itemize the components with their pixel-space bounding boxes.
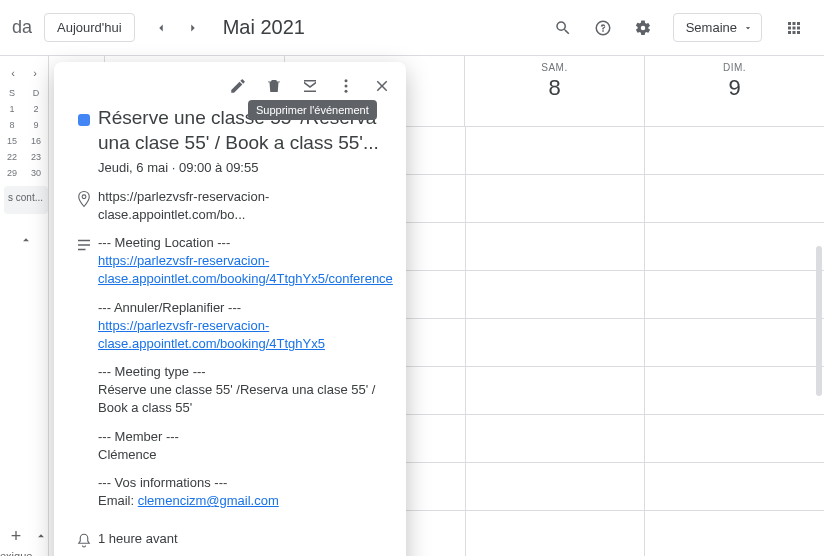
app-header: da Aujourd'hui Mai 2021 Semaine — [0, 0, 824, 56]
mini-cal-nav: ‹ › — [4, 64, 44, 82]
mini-day[interactable]: 29 — [4, 168, 20, 178]
svg-point-0 — [345, 79, 348, 82]
popup-actions: Supprimer l'événement — [54, 62, 406, 102]
day-column[interactable] — [465, 126, 645, 556]
meeting-location-link[interactable]: https://parlezvsfr-reservacion-clase.app… — [98, 253, 393, 286]
chevron-left-icon — [154, 21, 168, 35]
reminder-value: 1 heure avant — [98, 530, 390, 548]
sidebar-bottom: + — [4, 524, 48, 548]
day-header[interactable]: DIM. 9 — [645, 56, 824, 126]
delete-event-button[interactable] — [258, 70, 290, 102]
chevron-right-icon — [186, 21, 200, 35]
chevron-up-icon[interactable] — [34, 529, 48, 543]
edit-event-button[interactable] — [222, 70, 254, 102]
view-selector[interactable]: Semaine — [673, 13, 762, 42]
today-button[interactable]: Aujourd'hui — [44, 13, 135, 42]
delete-tooltip: Supprimer l'événement — [248, 100, 377, 120]
help-button[interactable] — [585, 10, 621, 46]
mini-day[interactable]: 1 — [4, 104, 20, 114]
mini-day[interactable]: 23 — [28, 152, 44, 162]
svg-point-1 — [345, 85, 348, 88]
meeting-type-value: Réserve une classe 55' /Reserva una clas… — [98, 381, 393, 417]
mini-day[interactable]: 15 — [4, 136, 20, 146]
desc-member-header: --- Member --- — [98, 428, 393, 446]
chevron-up-icon — [19, 233, 33, 247]
help-icon — [594, 19, 612, 37]
desc-loc-header: --- Meeting Location --- — [98, 234, 393, 252]
bell-icon — [75, 532, 93, 550]
prev-week-button[interactable] — [147, 14, 175, 42]
header-icons: Semaine — [545, 10, 812, 46]
mini-day[interactable]: 30 — [28, 168, 44, 178]
mini-day[interactable]: 8 — [4, 120, 20, 130]
more-options-button[interactable] — [330, 70, 362, 102]
reschedule-link[interactable]: https://parlezvsfr-reservacion-clase.app… — [98, 318, 325, 351]
event-description: --- Meeting Location --- https://parlezv… — [98, 234, 393, 520]
day-number: 9 — [645, 75, 824, 101]
desc-cancel-header: --- Annuler/Replanifier --- — [98, 299, 393, 317]
dropdown-caret-icon — [743, 23, 753, 33]
mini-calendar[interactable]: SD 12 89 1516 2223 2930 — [4, 88, 44, 178]
search-button[interactable] — [545, 10, 581, 46]
truncated-label: exique — [0, 550, 32, 556]
day-number: 8 — [465, 75, 644, 101]
popup-body: Réserve une classe 55' /Reserva una clas… — [54, 102, 406, 556]
email-link[interactable]: clemencizm@gmail.com — [138, 493, 279, 508]
gear-icon — [634, 19, 652, 37]
day-name: DIM. — [645, 62, 824, 73]
mini-prev-button[interactable]: ‹ — [4, 64, 22, 82]
apps-grid-icon — [785, 19, 803, 37]
logo-text: da — [12, 17, 32, 38]
event-details-popup: Supprimer l'événement Réserve une classe… — [54, 62, 406, 556]
day-header[interactable]: SAM. 8 — [465, 56, 645, 126]
svg-point-2 — [345, 90, 348, 93]
email-guests-button[interactable] — [294, 70, 326, 102]
mini-dow: D — [28, 88, 44, 98]
desc-info-header: --- Vos informations --- — [98, 474, 393, 492]
mini-dow: S — [4, 88, 20, 98]
people-search[interactable]: s cont... — [4, 186, 48, 214]
month-title[interactable]: Mai 2021 — [223, 16, 305, 39]
event-datetime: Jeudi, 6 mai · 09:00 à 09:55 — [98, 159, 390, 177]
trash-icon — [265, 77, 283, 95]
next-week-button[interactable] — [179, 14, 207, 42]
view-selector-label: Semaine — [686, 20, 737, 35]
email-label: Email: — [98, 493, 138, 508]
pencil-icon — [229, 77, 247, 95]
event-location[interactable]: https://parlezvsfr-reservacion-clase.app… — [98, 188, 390, 224]
event-color-icon — [78, 114, 90, 126]
location-icon — [75, 190, 93, 208]
settings-button[interactable] — [625, 10, 661, 46]
more-vertical-icon — [337, 77, 355, 95]
mini-day[interactable]: 22 — [4, 152, 20, 162]
day-column[interactable] — [644, 126, 824, 556]
search-icon — [554, 19, 572, 37]
close-icon — [373, 77, 391, 95]
scrollbar[interactable] — [816, 246, 822, 396]
desc-type-header: --- Meeting type --- — [98, 363, 393, 381]
sidebar: ‹ › SD 12 89 1516 2223 2930 s cont... + … — [0, 56, 48, 556]
svg-point-3 — [82, 194, 86, 198]
mini-day[interactable]: 16 — [28, 136, 44, 146]
close-popup-button[interactable] — [366, 70, 398, 102]
add-calendar-button[interactable]: + — [4, 524, 28, 548]
apps-button[interactable] — [776, 10, 812, 46]
day-name: SAM. — [465, 62, 644, 73]
mini-next-button[interactable]: › — [26, 64, 44, 82]
description-icon — [75, 236, 93, 254]
sidebar-collapse[interactable] — [12, 226, 40, 254]
mail-icon — [301, 77, 319, 95]
mini-day[interactable]: 9 — [28, 120, 44, 130]
mini-day[interactable]: 2 — [28, 104, 44, 114]
member-value: Clémence — [98, 446, 393, 464]
week-nav — [147, 14, 207, 42]
